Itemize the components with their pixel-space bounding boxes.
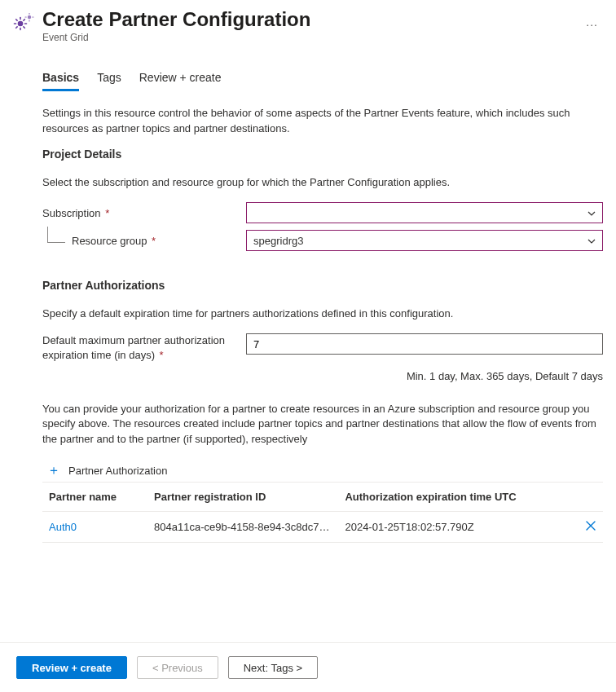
page-subtitle: Event Grid bbox=[42, 32, 565, 43]
partner-auth-table: Partner name Partner registration ID Aut… bbox=[42, 482, 603, 543]
expiration-label: Default maximum partner authorization ex… bbox=[42, 333, 246, 363]
subscription-select[interactable] bbox=[246, 202, 603, 223]
expiration-input[interactable] bbox=[246, 333, 603, 355]
project-details-desc: Select the subscription and resource gro… bbox=[42, 175, 603, 191]
svg-point-9 bbox=[28, 15, 30, 18]
tab-basics[interactable]: Basics bbox=[42, 66, 79, 91]
add-partner-authorization-button[interactable]: ＋ Partner Authorization bbox=[47, 464, 167, 477]
page-title: Create Partner Configuration bbox=[42, 8, 565, 32]
close-icon bbox=[585, 520, 596, 531]
partner-reg-id: 804a11ca-ce9b-4158-8e94-3c8dc7… bbox=[147, 512, 338, 543]
tab-bar: Basics Tags Review + create bbox=[42, 66, 603, 91]
chevron-down-icon bbox=[587, 236, 596, 245]
indent-connector-icon bbox=[47, 227, 65, 243]
svg-line-6 bbox=[24, 27, 24, 28]
svg-line-7 bbox=[24, 20, 24, 20]
resource-group-select[interactable]: spegridrg3 bbox=[246, 230, 603, 251]
chevron-down-icon bbox=[587, 209, 596, 218]
svg-point-0 bbox=[19, 22, 23, 26]
partner-auth-desc: Specify a default expiration time for pa… bbox=[42, 306, 603, 322]
review-create-button[interactable]: Review + create bbox=[16, 656, 127, 679]
project-details-heading: Project Details bbox=[42, 148, 603, 161]
resource-group-label: Resource group * bbox=[72, 235, 156, 247]
intro-text: Settings in this resource control the be… bbox=[42, 106, 603, 137]
table-row: Auth0 804a11ca-ce9b-4158-8e94-3c8dc7… 20… bbox=[42, 512, 603, 543]
footer: Review + create < Previous Next: Tags > bbox=[0, 642, 616, 692]
partner-auth-heading: Partner Authorizations bbox=[42, 279, 603, 292]
partner-auth-desc2: You can provide your authorization for a… bbox=[42, 402, 603, 448]
svg-line-5 bbox=[16, 20, 17, 20]
plus-icon: ＋ bbox=[47, 464, 60, 477]
partner-exp: 2024-01-25T18:02:57.790Z bbox=[338, 512, 579, 543]
svg-line-8 bbox=[16, 27, 17, 28]
next-button[interactable]: Next: Tags > bbox=[228, 656, 318, 679]
col-auth-expiration: Authorization expiration time UTC bbox=[338, 483, 579, 512]
more-button[interactable]: ··· bbox=[581, 15, 603, 34]
settings-gear-icon bbox=[13, 13, 34, 33]
tab-tags[interactable]: Tags bbox=[97, 66, 121, 91]
expiration-hint: Min. 1 day, Max. 365 days, Default 7 day… bbox=[246, 370, 603, 382]
col-partner-name: Partner name bbox=[42, 483, 147, 512]
subscription-label: Subscription * bbox=[42, 207, 246, 219]
tab-review-create[interactable]: Review + create bbox=[139, 66, 222, 91]
remove-row-button[interactable] bbox=[579, 512, 603, 543]
partner-name-link[interactable]: Auth0 bbox=[49, 521, 77, 533]
col-partner-reg-id: Partner registration ID bbox=[147, 483, 338, 512]
previous-button[interactable]: < Previous bbox=[137, 656, 218, 679]
